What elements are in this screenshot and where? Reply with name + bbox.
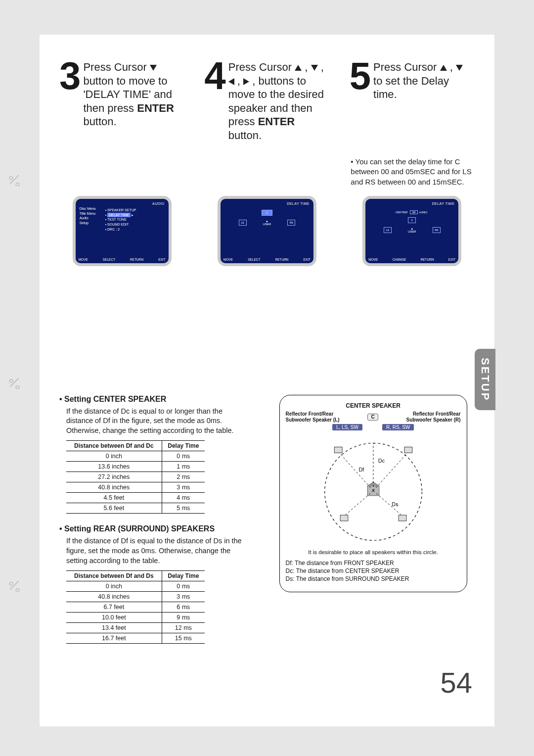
speaker-rs: RS [433,227,441,233]
footer-hint: MOVE [79,258,88,261]
table-row: 16.7 feet15 ms [66,633,205,644]
table-cell: 40.8 inches [66,592,162,602]
footer-hint: RETURN [421,258,434,261]
screenshot-step-3: AUDIO Disc Menu Title Menu Audio Setup •… [59,196,184,266]
step-number: 3 [59,59,79,92]
cursor-up-icon [440,65,447,71]
rear-table-body: 0 inch0 ms40.8 inches3 ms6.7 feet6 ms10.… [66,581,205,644]
footer-hint: CHANGE [393,258,406,261]
cursor-down-icon [150,65,157,71]
speaker-rs: RS [287,220,295,226]
crt-screen: DELAY TIME CENTER 00 mSEC C LS ▲USER [365,199,458,263]
table-row: 10.0 feet9 ms [66,613,205,623]
table-cell: 16.7 feet [66,633,162,644]
step-5: 5 Press Cursor , to set the Delay time. [350,59,475,142]
center-value: 00 [410,210,418,214]
center-speaker-heading: Setting CENTER SPEAKER [59,395,247,404]
content-area: 3 Press Cursor button to move to 'DELAY … [40,35,494,726]
user-icon: ▲USER [408,227,416,233]
screen-footer: MOVE CHANGE RETURN EXIT [368,258,455,261]
text: Press Cursor [228,61,295,73]
footer-hint: RETURN [275,258,288,261]
svg-text:Df: Df [358,466,364,472]
table-cell: 4 ms [162,493,205,503]
footer-hint: EXIT [448,258,455,261]
center-label: CENTER [396,211,408,214]
menu-item: SPEAKER SETUP [107,208,136,212]
rear-speaker-heading: Setting REAR (SURROUND) SPEAKERS [59,524,247,533]
enter-label: ENTER [137,102,174,114]
center-speaker-body: If the distance of Dc is equal to or lon… [66,407,247,436]
table-row: 0 inch0 ms [66,451,205,462]
user-icon: ▲USER [263,220,271,226]
cursor-down-icon [456,65,463,71]
text: button. [228,129,262,142]
cut-mark-icon [8,376,21,389]
steps-row: 3 Press Cursor button to move to 'DELAY … [59,59,475,142]
step-number: 5 [350,59,369,92]
table-cell: 6 ms [162,602,205,613]
footer-hint: SELECT [103,258,115,261]
table-cell: 13.4 feet [66,623,162,633]
diagram-caption: It is desirable to place all speakers wi… [286,549,461,555]
crt-monitor: DELAY TIME CENTER 00 mSEC C LS ▲USER [362,196,461,266]
table-header: Delay Time [162,571,205,581]
svg-line-6 [344,491,373,516]
footer-hint: RETURN [130,258,143,261]
menu-item-highlighted: DELAY TIME [107,213,131,218]
chip-r: R, RS, SW [382,424,414,430]
label: Subwoofer Speaker (L) [286,417,340,423]
footer-hint: EXIT [158,258,165,261]
spacer [59,157,183,187]
menu-item: SOUND EDIT [107,223,129,226]
ms-label: mSEC [419,211,428,214]
legend-item: Df: The distance from FRONT SPEAKER [286,559,461,567]
lower-left-column: Setting CENTER SPEAKER If the distance o… [59,395,247,655]
table-cell: 15 ms [162,633,205,644]
speaker-c-highlighted: C [262,210,272,216]
footer-hint: MOVE [223,258,233,261]
cursor-left-icon [228,78,234,85]
screen-header: DELAY TIME [432,202,454,205]
speaker-ls: LS [239,220,247,226]
table-cell: 10.0 feet [66,613,162,623]
table-header: Distance between Df and Ds [66,571,162,581]
screenshot-step-4: DELAY TIME C LS ▲USER RS MOVE SELECT [204,196,329,266]
cursor-right-icon [243,78,249,85]
rear-speaker-body: If the distance of Df is equal to the di… [66,536,247,566]
svg-rect-7 [334,447,342,453]
svg-text:Ds: Ds [392,501,399,507]
text: Press Cursor [83,61,149,73]
table-row: 40.8 inches3 ms [66,592,205,602]
table-cell: 40.8 inches [66,482,162,493]
speaker-c: C [408,217,416,223]
label: Reflector Front/Rear [286,411,334,417]
label: Subwoofer Speaker (R) [406,417,461,423]
legend-item: Ds: The distance from SURROUND SPEAKER [286,575,461,583]
table-cell: 13.6 inches [66,462,162,472]
table-cell: 4.5 feet [66,493,162,503]
monitors-row: AUDIO Disc Menu Title Menu Audio Setup •… [59,196,475,266]
svg-rect-10 [399,515,406,521]
diagram-legend: Df: The distance from FRONT SPEAKER Dc: … [286,559,461,583]
bullet-icon [351,157,355,166]
setup-tab: SETUP [475,349,495,410]
footer-hint: SELECT [248,258,260,261]
cut-mark-icon [8,173,21,186]
crt-monitor: DELAY TIME C LS ▲USER RS MOVE SELECT [218,196,316,266]
diagram-top-labels: Reflector Front/Rear Subwoofer Speaker (… [286,411,461,423]
speaker-circle: Dc Df Ds [286,432,461,546]
table-cell: 5.6 feet [66,503,162,514]
table-cell: 5 ms [162,503,205,514]
screenshot-step-5: DELAY TIME CENTER 00 mSEC C LS ▲USER [350,196,475,266]
cursor-up-icon [295,65,302,71]
diagram-title: CENTER SPEAKER [286,402,461,409]
label-left: Reflector Front/Rear Subwoofer Speaker (… [286,411,340,423]
svg-text:Dc: Dc [378,458,385,464]
table-row: 40.8 inches3 ms [66,482,205,493]
label-right: Reflector Front/Rear Subwoofer Speaker (… [406,411,461,423]
table-row: 27.2 inches2 ms [66,472,205,482]
speaker-ls: LS [384,227,392,233]
lower-content: Setting CENTER SPEAKER If the distance o… [59,395,475,655]
table-cell: 3 ms [162,482,205,493]
